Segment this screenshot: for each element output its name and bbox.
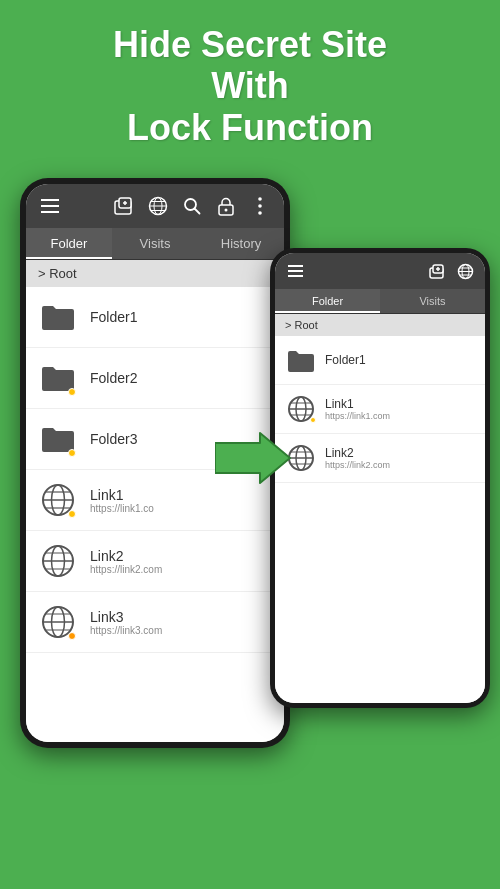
svg-point-17 (258, 204, 262, 208)
globe-icon[interactable] (146, 194, 170, 218)
globe-link-icon (38, 480, 78, 520)
globe-link-icon (285, 393, 317, 425)
primary-breadcrumb: > Root (26, 260, 284, 287)
folder-icon (285, 344, 317, 376)
item-text: Folder2 (90, 370, 137, 386)
headline-line2: With (211, 65, 289, 106)
globe-icon[interactable] (455, 261, 475, 281)
secondary-breadcrumb: > Root (275, 314, 485, 336)
item-text: Link2 https://link2.com (90, 548, 162, 575)
list-item[interactable]: Link2 https://link2.com (275, 434, 485, 483)
lock-icon[interactable] (214, 194, 238, 218)
item-text: Link3 https://link3.com (90, 609, 162, 636)
item-text: Folder1 (90, 309, 137, 325)
globe-link-icon (38, 602, 78, 642)
svg-point-18 (258, 211, 262, 215)
badge-dot (68, 449, 76, 457)
tab-visits-primary[interactable]: Visits (112, 228, 198, 259)
headline: Hide Secret Site With Lock Function (0, 0, 500, 168)
svg-rect-37 (288, 275, 303, 277)
item-text: Link1 https://link1.com (325, 397, 390, 421)
primary-list: Folder1 Folder2 (26, 287, 284, 742)
primary-toolbar (26, 184, 284, 228)
svg-point-16 (258, 197, 262, 201)
headline-line1: Hide Secret Site (113, 24, 387, 65)
add-tab-icon[interactable] (427, 261, 447, 281)
list-item[interactable]: Link2 https://link2.com (26, 531, 284, 592)
item-text: Folder3 (90, 431, 137, 447)
menu-icon[interactable] (38, 194, 62, 218)
item-text: Link1 https://link1.co (90, 487, 154, 514)
svg-rect-35 (288, 265, 303, 267)
folder-icon (38, 419, 78, 459)
svg-line-13 (195, 209, 200, 214)
svg-rect-0 (41, 199, 59, 201)
svg-rect-36 (288, 270, 303, 272)
folder-icon (38, 358, 78, 398)
folder-icon (38, 297, 78, 337)
primary-tab-bar: Folder Visits History (26, 228, 284, 260)
item-text: Link2 https://link2.com (325, 446, 390, 470)
list-item[interactable]: Folder1 (26, 287, 284, 348)
svg-rect-1 (41, 205, 59, 207)
secondary-list: Folder1 (275, 336, 485, 703)
more-icon[interactable] (248, 194, 272, 218)
list-item[interactable]: Link3 https://link3.com (26, 592, 284, 653)
svg-marker-34 (215, 433, 290, 483)
secondary-toolbar (275, 253, 485, 289)
add-tab-icon[interactable] (112, 194, 136, 218)
globe-link-icon (38, 541, 78, 581)
list-item[interactable]: Link1 https://link1.com (275, 385, 485, 434)
svg-point-15 (225, 208, 228, 211)
secondary-tab-bar: Folder Visits (275, 289, 485, 314)
svg-rect-2 (41, 211, 59, 213)
tab-folder-secondary[interactable]: Folder (275, 289, 380, 313)
phones-area: Folder Visits History > Root (0, 168, 500, 788)
arrow-icon (215, 428, 295, 488)
badge-dot (68, 388, 76, 396)
search-icon[interactable] (180, 194, 204, 218)
list-item[interactable]: Folder2 (26, 348, 284, 409)
tab-visits-secondary[interactable]: Visits (380, 289, 485, 313)
tab-history-primary[interactable]: History (198, 228, 284, 259)
phone-screen-secondary: Folder Visits > Root (275, 253, 485, 703)
menu-icon[interactable] (285, 261, 305, 281)
tab-folder-primary[interactable]: Folder (26, 228, 112, 259)
headline-line3: Lock Function (127, 107, 373, 148)
item-text: Folder1 (325, 353, 366, 367)
phone-secondary: Folder Visits > Root (270, 248, 490, 708)
list-item[interactable]: Folder1 (275, 336, 485, 385)
